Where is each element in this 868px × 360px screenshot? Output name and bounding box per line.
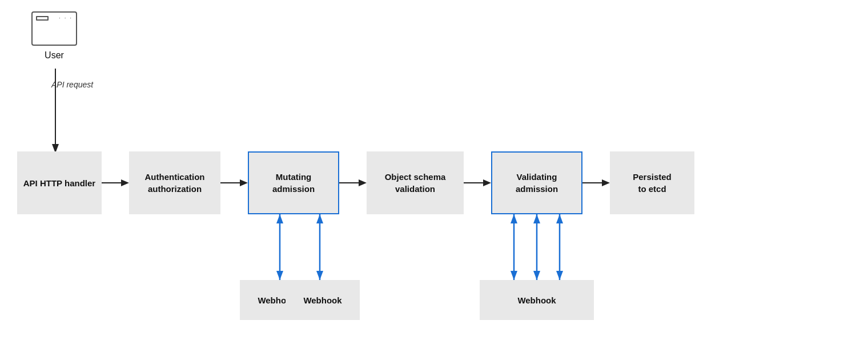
auth-authorization-label: Authenticationauthorization	[145, 171, 205, 195]
mutating-admission-label: Mutatingadmission	[272, 171, 315, 195]
persisted-etcd-label: Persistedto etcd	[633, 171, 672, 195]
svg-marker-26	[556, 214, 563, 223]
svg-marker-21	[511, 271, 517, 280]
api-request-label: API request	[51, 80, 93, 89]
validating-admission-label: Validatingadmission	[516, 171, 558, 195]
svg-marker-20	[511, 214, 517, 223]
webhook2-box: Webhook	[286, 280, 360, 320]
mutating-admission-box: Mutatingadmission	[248, 151, 339, 214]
webhook2-label: Webhook	[303, 295, 341, 305]
validating-admission-box: Validatingadmission	[491, 151, 582, 214]
svg-marker-14	[276, 214, 283, 223]
svg-marker-17	[316, 214, 323, 223]
svg-marker-27	[556, 271, 563, 280]
api-http-handler-box: API HTTP handler	[17, 151, 102, 214]
webhook3-box: Webhook	[480, 280, 594, 320]
svg-marker-15	[276, 271, 283, 280]
svg-marker-8	[359, 179, 367, 186]
auth-authorization-box: Authenticationauthorization	[129, 151, 220, 214]
svg-marker-24	[533, 271, 540, 280]
webhook3-label: Webhook	[517, 295, 556, 305]
svg-marker-4	[121, 179, 129, 186]
schema-validation-label: Object schemavalidation	[385, 171, 446, 195]
svg-marker-12	[602, 179, 610, 186]
user-section: User	[31, 11, 77, 61]
svg-marker-18	[316, 271, 323, 280]
user-label: User	[45, 50, 64, 61]
svg-marker-6	[240, 179, 248, 186]
api-http-handler-label: API HTTP handler	[23, 177, 95, 189]
schema-validation-box: Object schemavalidation	[367, 151, 464, 214]
browser-icon	[31, 11, 77, 46]
api-request-section: API request	[51, 80, 93, 91]
diagram-container: User API request	[0, 0, 868, 360]
persisted-etcd-box: Persistedto etcd	[610, 151, 694, 214]
svg-marker-10	[483, 179, 491, 186]
svg-marker-23	[533, 214, 540, 223]
